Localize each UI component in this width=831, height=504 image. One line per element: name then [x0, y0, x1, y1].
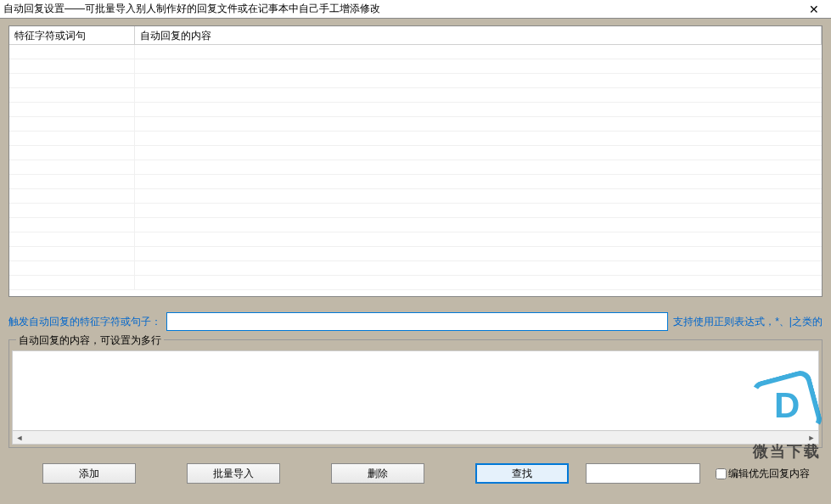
- trigger-row: 触发自动回复的特征字符或句子： 支持使用正则表达式，*、|之类的: [8, 312, 823, 331]
- priority-checkbox-label: 编辑优先回复内容: [728, 467, 810, 481]
- content-legend: 自动回复的内容，可设置为多行: [16, 333, 164, 348]
- scroll-left-icon[interactable]: ◄: [13, 432, 26, 444]
- table-row[interactable]: [9, 204, 822, 218]
- close-button[interactable]: ✕: [797, 0, 831, 19]
- content-textarea[interactable]: [12, 350, 819, 431]
- batch-import-button[interactable]: 批量导入: [187, 463, 280, 484]
- close-icon: ✕: [809, 3, 819, 16]
- table-header: 特征字符或词句 自动回复的内容: [9, 26, 822, 45]
- table-row[interactable]: [9, 232, 822, 247]
- horizontal-scrollbar[interactable]: ◄ ►: [12, 431, 819, 445]
- table-row[interactable]: [9, 160, 822, 175]
- delete-button[interactable]: 删除: [331, 463, 424, 484]
- table-row[interactable]: [9, 218, 822, 232]
- table-row[interactable]: [9, 146, 822, 160]
- reply-table[interactable]: 特征字符或词句 自动回复的内容: [8, 25, 823, 297]
- table-row[interactable]: [9, 117, 822, 132]
- add-button[interactable]: 添加: [42, 463, 136, 484]
- table-row[interactable]: [9, 88, 822, 103]
- table-row[interactable]: [9, 276, 822, 290]
- table-row[interactable]: [9, 59, 822, 74]
- table-row[interactable]: [9, 261, 822, 276]
- window-body: 特征字符或词句 自动回复的内容 触发自动回复的特征字符或句子： 支持使用正则表达: [0, 19, 831, 504]
- column-header-content[interactable]: 自动回复的内容: [135, 26, 822, 44]
- table-row[interactable]: [9, 74, 822, 88]
- scroll-right-icon[interactable]: ►: [805, 432, 818, 444]
- table-row[interactable]: [9, 103, 822, 117]
- priority-checkbox[interactable]: [716, 468, 727, 479]
- trigger-input[interactable]: [166, 312, 668, 331]
- priority-checkbox-wrap[interactable]: 编辑优先回复内容: [716, 467, 810, 481]
- trigger-label: 触发自动回复的特征字符或句子：: [8, 315, 161, 329]
- table-row[interactable]: [9, 175, 822, 189]
- column-header-keywords[interactable]: 特征字符或词句: [9, 26, 135, 44]
- find-button[interactable]: 查找: [475, 463, 569, 484]
- table-row[interactable]: [9, 132, 822, 146]
- table-row[interactable]: [9, 247, 822, 261]
- table-body[interactable]: [9, 45, 822, 296]
- titlebar: 自动回复设置——可批量导入别人制作好的回复文件或在记事本中自己手工增添修改 ✕: [0, 0, 831, 19]
- trigger-hint: 支持使用正则表达式，*、|之类的: [673, 315, 823, 329]
- table-row[interactable]: [9, 45, 822, 59]
- find-input[interactable]: [586, 463, 700, 484]
- content-group: 自动回复的内容，可设置为多行 ◄ ►: [8, 339, 823, 448]
- button-row: 添加 批量导入 删除 查找 编辑优先回复内容: [8, 463, 823, 484]
- window-title: 自动回复设置——可批量导入别人制作好的回复文件或在记事本中自己手工增添修改: [3, 2, 380, 16]
- table-row[interactable]: [9, 189, 822, 204]
